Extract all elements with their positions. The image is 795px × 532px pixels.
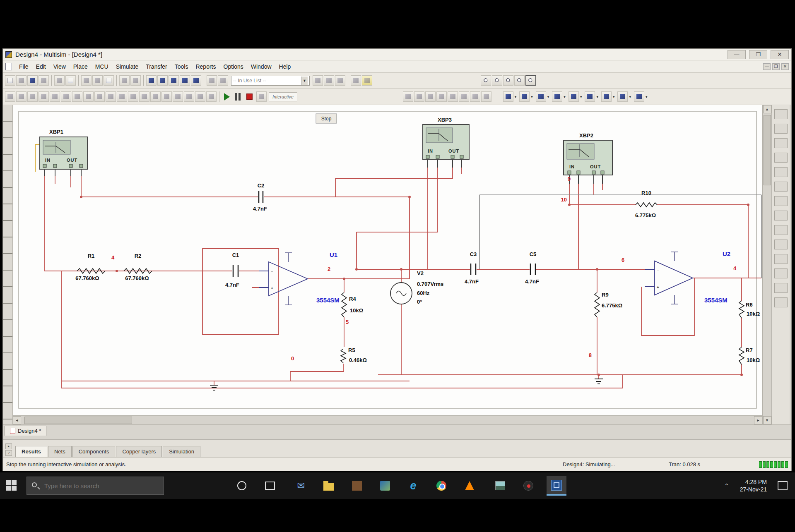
edge-icon[interactable]: e	[403, 476, 423, 496]
net-label-2[interactable]: 2	[328, 266, 330, 272]
taskbar-search[interactable]	[26, 477, 164, 495]
electrical-rules-check-icon[interactable]	[313, 75, 323, 86]
opamp-u2[interactable]: − +	[645, 252, 693, 304]
r10-ref[interactable]: R10	[641, 190, 651, 196]
grapher-icon[interactable]	[351, 75, 361, 86]
zoom-full-icon[interactable]	[525, 75, 536, 86]
design-tab[interactable]: Design4 *	[5, 426, 46, 436]
menu-edit[interactable]: Edit	[32, 62, 50, 72]
v2-value[interactable]: 0.707Vrms	[417, 281, 443, 287]
mdi-minimize-button[interactable]: —	[763, 63, 771, 70]
horizontal-scroll-thumb[interactable]	[24, 417, 132, 424]
place-electromechanical-icon[interactable]	[161, 91, 172, 102]
net-label-6[interactable]: 6	[622, 257, 624, 263]
r7-ref[interactable]: R7	[746, 347, 753, 353]
zoom-fit-icon[interactable]	[514, 75, 525, 86]
net-label-4[interactable]: 4	[111, 254, 115, 261]
digital-probe-icon[interactable]	[448, 91, 458, 102]
tab-nets[interactable]: Nets	[48, 446, 72, 457]
wire-net-grey[interactable]	[479, 195, 761, 278]
search-input[interactable]	[43, 482, 147, 490]
v2-phase[interactable]: 0°	[417, 299, 422, 305]
u2-value[interactable]: 3554SM	[704, 297, 728, 304]
wattmeter-icon[interactable]	[536, 91, 546, 102]
action-center-icon[interactable]	[778, 481, 788, 490]
zoom-in-icon[interactable]	[481, 75, 491, 86]
place-ni-component-icon[interactable]	[173, 91, 183, 102]
postprocessor-icon[interactable]	[470, 91, 480, 102]
vertical-scroll-thumb[interactable]	[764, 115, 771, 185]
menu-file[interactable]: File	[15, 62, 32, 72]
source-v2[interactable]	[390, 283, 412, 304]
stop-simulation-icon[interactable]	[246, 93, 253, 100]
place-transistor-icon[interactable]	[39, 91, 49, 102]
design-toolbox-icon[interactable]	[180, 75, 190, 86]
file-explorer-icon[interactable]	[319, 476, 339, 496]
wattmeter-dropdown-icon[interactable]: ▾	[547, 95, 550, 99]
save-icon[interactable]	[27, 75, 38, 86]
vlc-icon[interactable]	[460, 476, 479, 496]
mdi-restore-button[interactable]: ❐	[772, 63, 780, 70]
place-misc-digital-icon[interactable]	[83, 91, 94, 102]
run-simulation-icon[interactable]	[224, 93, 230, 101]
tray-expand-icon[interactable]: ⌃	[724, 482, 729, 489]
v2-ref[interactable]: V2	[417, 270, 424, 276]
r10-value[interactable]: 6.775kΩ	[635, 212, 656, 218]
c5-value[interactable]: 4.7nF	[525, 278, 539, 285]
instrument-slot[interactable]	[774, 211, 788, 220]
voltage-probe-icon[interactable]	[403, 91, 413, 102]
r6-value[interactable]: 10kΩ	[747, 311, 760, 317]
instrument-slot[interactable]	[774, 196, 788, 206]
bode-plotter-xbp1[interactable]: IN OUT	[40, 137, 87, 169]
menu-simulate[interactable]: Simulate	[112, 62, 142, 72]
r4-value[interactable]: 10kΩ	[350, 307, 363, 314]
place-source-icon[interactable]	[5, 91, 15, 102]
function-generator-dropdown-icon[interactable]: ▾	[530, 95, 534, 99]
database-manager-icon[interactable]	[207, 75, 217, 86]
r9-value[interactable]: 6.775kΩ	[602, 302, 622, 309]
frequency-counter-icon[interactable]	[601, 91, 612, 102]
oscilloscope-dropdown-icon[interactable]: ▾	[563, 95, 566, 99]
instrument-slot[interactable]	[774, 225, 788, 235]
spreadsheet-expand-icon[interactable]: ▸	[5, 443, 12, 449]
menu-options[interactable]: Options	[220, 62, 247, 72]
show-page-bounds-icon[interactable]	[169, 75, 179, 86]
place-diode-icon[interactable]	[27, 91, 38, 102]
back-annotate-icon[interactable]	[324, 75, 334, 86]
tab-results[interactable]: Results	[15, 446, 47, 457]
simulation-profile-box[interactable]: Interactive	[269, 92, 297, 101]
gallery-icon[interactable]	[490, 476, 510, 496]
frequency-counter-dropdown-icon[interactable]: ▾	[612, 95, 616, 99]
multimeter-dropdown-icon[interactable]: ▾	[514, 95, 518, 99]
place-advanced-peripherals-icon[interactable]	[139, 91, 149, 102]
r2-value[interactable]: 67.760kΩ	[125, 275, 149, 281]
u1-ref[interactable]: U1	[330, 251, 337, 258]
print-icon[interactable]	[54, 75, 65, 86]
media-app-icon[interactable]	[518, 476, 538, 496]
r6-ref[interactable]: R6	[746, 302, 753, 308]
place-mcu-icon[interactable]	[195, 91, 205, 102]
simulation-settings-gear-icon[interactable]	[481, 91, 491, 102]
forward-annotate-icon[interactable]	[335, 75, 345, 86]
menu-transfer[interactable]: Transfer	[142, 62, 171, 72]
r1-value[interactable]: 67.760kΩ	[75, 275, 99, 281]
tab-components[interactable]: Components	[72, 446, 116, 457]
u1-value[interactable]: 3554SM	[316, 297, 340, 304]
menu-view[interactable]: View	[50, 62, 70, 72]
instrument-slot[interactable]	[774, 254, 788, 264]
current-probe-icon[interactable]	[414, 91, 424, 102]
open-file-icon[interactable]	[16, 75, 26, 86]
taskbar-clock[interactable]: 4:28 PM 27-Nov-21	[740, 478, 767, 493]
place-rf-icon[interactable]	[150, 91, 161, 102]
instrument-slot[interactable]	[774, 124, 788, 134]
c3-value[interactable]: 4.7nF	[465, 278, 479, 285]
chrome-icon[interactable]	[431, 476, 451, 496]
print-preview-icon[interactable]	[65, 75, 76, 86]
bode-plotter-dropdown-icon[interactable]: ▾	[595, 95, 599, 99]
multisim-taskbar-icon[interactable]	[547, 476, 566, 496]
c3-ref[interactable]: C3	[470, 251, 477, 257]
menu-place[interactable]: Place	[70, 62, 92, 72]
opamp-u1[interactable]: − +	[259, 253, 308, 305]
instrument-slot[interactable]	[774, 268, 788, 278]
c5-ref[interactable]: C5	[530, 251, 537, 257]
